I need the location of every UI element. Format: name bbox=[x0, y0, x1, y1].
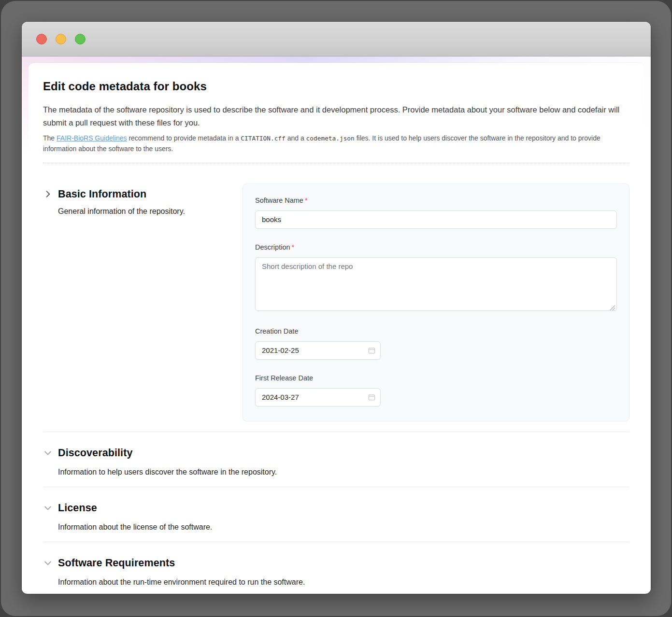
software-name-label-text: Software Name bbox=[255, 196, 303, 204]
guidelines-mid2: and a bbox=[286, 134, 306, 142]
discoverability-title: Discoverability bbox=[58, 447, 132, 459]
first-release-date-field-group: First Release Date bbox=[255, 374, 617, 407]
basic-information-left-column: Basic Information General information of… bbox=[43, 183, 243, 216]
software-requirements-subtitle: Information about the run-time environme… bbox=[58, 578, 629, 587]
creation-date-field-group: Creation Date bbox=[255, 327, 617, 360]
content-card: Edit code metadata for books The metadat… bbox=[29, 63, 644, 593]
first-release-date-input[interactable] bbox=[255, 388, 381, 407]
chevron-down-icon bbox=[43, 503, 53, 513]
window-body: Edit code metadata for books The metadat… bbox=[22, 56, 651, 593]
basic-information-title: Basic Information bbox=[58, 188, 146, 200]
required-asterisk: * bbox=[305, 196, 308, 204]
traffic-light-group bbox=[36, 34, 86, 44]
section-software-requirements: Software Requirements Information about … bbox=[43, 542, 629, 587]
creation-date-input[interactable] bbox=[255, 341, 381, 360]
description-textarea-wrap bbox=[255, 257, 617, 313]
close-window-button[interactable] bbox=[36, 34, 47, 44]
section-discoverability: Discoverability Information to help user… bbox=[43, 432, 629, 477]
minimize-window-button[interactable] bbox=[56, 34, 66, 44]
chevron-down-icon bbox=[43, 558, 53, 568]
software-name-label: Software Name* bbox=[255, 196, 617, 204]
creation-date-label: Creation Date bbox=[255, 327, 617, 335]
guidelines-paragraph: The FAIR-BioRS Guidelines recommend to p… bbox=[43, 133, 629, 163]
description-label: Description* bbox=[255, 243, 617, 251]
window-titlebar bbox=[22, 22, 651, 56]
first-release-date-wrap bbox=[255, 388, 381, 407]
license-header[interactable]: License bbox=[43, 502, 629, 514]
discoverability-header[interactable]: Discoverability bbox=[43, 447, 629, 459]
guidelines-mid1: recommend to provide metadata in a bbox=[127, 134, 241, 142]
chevron-down-icon bbox=[43, 448, 53, 458]
software-requirements-title: Software Requirements bbox=[58, 557, 175, 569]
codemeta-json-code: codemeta.json bbox=[306, 135, 355, 142]
calendar-icon[interactable] bbox=[368, 347, 375, 354]
basic-information-header[interactable]: Basic Information bbox=[43, 188, 243, 200]
basic-information-subtitle: General information of the repository. bbox=[58, 207, 243, 216]
description-label-text: Description bbox=[255, 243, 290, 251]
software-name-field-group: Software Name* bbox=[255, 196, 617, 229]
app-window: Edit code metadata for books The metadat… bbox=[22, 22, 651, 594]
description-field-group: Description* bbox=[255, 243, 617, 313]
chevron-right-icon bbox=[43, 189, 53, 199]
fair-biors-guidelines-link[interactable]: FAIR-BioRS Guidelines bbox=[57, 134, 127, 142]
intro-paragraph: The metadata of the software repository … bbox=[43, 103, 629, 129]
creation-date-wrap bbox=[255, 341, 381, 360]
citation-cff-code: CITATION.cff bbox=[241, 135, 285, 142]
license-title: License bbox=[58, 502, 97, 514]
software-requirements-header[interactable]: Software Requirements bbox=[43, 557, 629, 569]
license-subtitle: Information about the license of the sof… bbox=[58, 523, 629, 532]
section-license: License Information about the license of… bbox=[43, 487, 629, 532]
page-title: Edit code metadata for books bbox=[43, 80, 629, 93]
description-textarea[interactable] bbox=[255, 257, 617, 311]
required-asterisk: * bbox=[292, 243, 295, 251]
basic-information-form-panel: Software Name* Description* Creation Dat… bbox=[243, 183, 629, 421]
section-basic-information: Basic Information General information of… bbox=[43, 183, 629, 421]
first-release-date-label: First Release Date bbox=[255, 374, 617, 382]
discoverability-subtitle: Information to help users discover the s… bbox=[58, 468, 629, 477]
software-name-input[interactable] bbox=[255, 210, 617, 229]
calendar-icon[interactable] bbox=[368, 393, 375, 401]
guidelines-prefix: The bbox=[43, 134, 57, 142]
zoom-window-button[interactable] bbox=[75, 34, 86, 44]
